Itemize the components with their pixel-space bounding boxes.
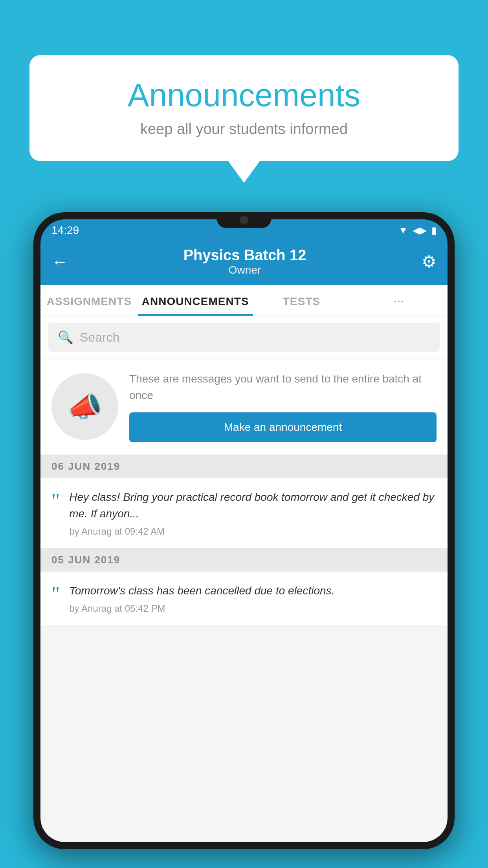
search-bar[interactable]: 🔍 Search (48, 323, 440, 352)
quote-icon-2: " (51, 584, 60, 605)
app-header: ← Physics Batch 12 Owner ⚙ (40, 240, 448, 285)
tabs-bar: ASSIGNMENTS ANNOUNCEMENTS TESTS ··· (40, 285, 448, 316)
tab-announcements[interactable]: ANNOUNCEMENTS (138, 285, 253, 316)
announcement-item-2[interactable]: " Tomorrow's class has been cancelled du… (40, 572, 448, 625)
speech-bubble: Announcements keep all your students inf… (29, 55, 459, 161)
make-announcement-button[interactable]: Make an announcement (129, 412, 437, 442)
announcement-item-1[interactable]: " Hey class! Bring your practical record… (40, 478, 448, 548)
date-separator-1: 06 JUN 2019 (40, 455, 448, 478)
message-content-1: Hey class! Bring your practical record b… (69, 489, 437, 537)
speech-bubble-subtitle: keep all your students informed (53, 121, 435, 138)
quote-icon-1: " (51, 491, 60, 511)
promo-description: These are messages you want to send to t… (129, 371, 437, 404)
status-time: 14:29 (51, 224, 79, 237)
message-text-2: Tomorrow's class has been cancelled due … (69, 583, 437, 599)
search-bar-wrapper: 🔍 Search (40, 316, 448, 358)
message-content-2: Tomorrow's class has been cancelled due … (69, 583, 437, 614)
phone-outer: 14:29 ▼ ◀▶ ▮ ← Physics Batch 12 Owner ⚙ … (33, 212, 455, 849)
phone-content: 🔍 Search 📣 These are messages you want t… (40, 316, 448, 842)
search-icon: 🔍 (58, 330, 73, 345)
megaphone-icon: 📣 (67, 390, 103, 423)
status-icons: ▼ ◀▶ ▮ (398, 225, 437, 236)
phone-camera (240, 216, 248, 224)
phone-inner: 14:29 ▼ ◀▶ ▮ ← Physics Batch 12 Owner ⚙ … (40, 219, 448, 842)
speech-bubble-title: Announcements (53, 77, 435, 114)
speech-bubble-tail (228, 161, 260, 183)
announcement-promo-card: 📣 These are messages you want to send to… (40, 359, 448, 454)
back-button[interactable]: ← (51, 252, 68, 271)
batch-title: Physics Batch 12 (183, 247, 306, 264)
message-text-1: Hey class! Bring your practical record b… (69, 489, 437, 522)
battery-icon: ▮ (431, 225, 437, 236)
speech-bubble-container: Announcements keep all your students inf… (29, 55, 459, 183)
settings-icon[interactable]: ⚙ (422, 252, 437, 271)
wifi-icon: ▼ (398, 225, 408, 236)
tab-more[interactable]: ··· (350, 285, 448, 316)
date-separator-2: 05 JUN 2019 (40, 548, 448, 572)
message-meta-1: by Anurag at 09:42 AM (69, 526, 437, 537)
phone-notch (216, 212, 272, 228)
signal-icon: ◀▶ (413, 225, 427, 236)
owner-label: Owner (183, 264, 306, 276)
tab-assignments[interactable]: ASSIGNMENTS (40, 285, 138, 316)
phone-frame: 14:29 ▼ ◀▶ ▮ ← Physics Batch 12 Owner ⚙ … (33, 212, 455, 868)
promo-right-section: These are messages you want to send to t… (129, 371, 437, 442)
header-title-area: Physics Batch 12 Owner (183, 247, 306, 276)
search-placeholder-text: Search (80, 330, 119, 345)
tab-tests[interactable]: TESTS (253, 285, 350, 316)
message-meta-2: by Anurag at 05:42 PM (69, 603, 437, 614)
megaphone-circle: 📣 (51, 373, 118, 440)
